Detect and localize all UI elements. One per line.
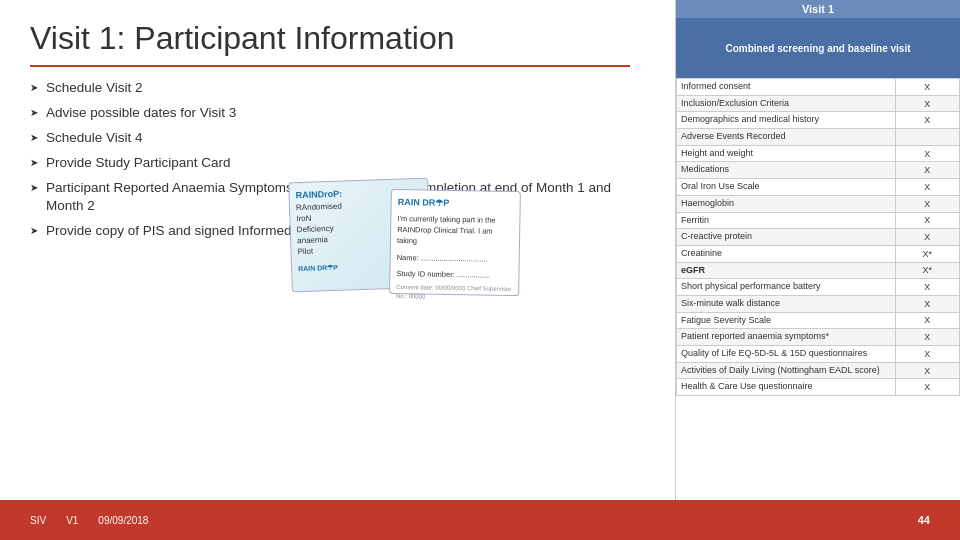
row-value: X bbox=[895, 229, 960, 246]
table-row: CreatinineX* bbox=[677, 245, 960, 262]
table-row: Quality of Life EQ-5D-5L & 15D questionn… bbox=[677, 346, 960, 363]
row-label: Inclusion/Exclusion Criteria bbox=[677, 95, 896, 112]
footer-siv: SIV bbox=[30, 515, 46, 526]
row-label: Fatigue Severity Scale bbox=[677, 312, 896, 329]
table-row: Demographics and medical historyX bbox=[677, 112, 960, 129]
table-row: Short physical performance batteryX bbox=[677, 279, 960, 296]
row-label: Haemoglobin bbox=[677, 195, 896, 212]
row-value bbox=[895, 129, 960, 146]
row-label: Health & Care Use questionnaire bbox=[677, 379, 896, 396]
row-value: X bbox=[895, 295, 960, 312]
footer: SIV V1 09/09/2018 44 bbox=[0, 500, 960, 540]
row-value: X bbox=[895, 95, 960, 112]
visit-table: Visit 1 Combined screening and baseline … bbox=[675, 0, 960, 500]
row-value: X bbox=[895, 346, 960, 363]
table-row: Height and weightX bbox=[677, 145, 960, 162]
row-label: Patient reported anaemia symptoms* bbox=[677, 329, 896, 346]
row-label: Six-minute walk distance bbox=[677, 295, 896, 312]
row-value: X bbox=[895, 212, 960, 229]
row-label: Oral Iron Use Scale bbox=[677, 179, 896, 196]
footer-version: V1 bbox=[66, 515, 78, 526]
page-title: Visit 1: Participant Information bbox=[30, 20, 630, 67]
footer-page-number: 44 bbox=[918, 514, 930, 526]
row-value: X bbox=[895, 329, 960, 346]
footer-left: SIV V1 09/09/2018 bbox=[30, 515, 148, 526]
row-value: X bbox=[895, 379, 960, 396]
footer-date: 09/09/2018 bbox=[98, 515, 148, 526]
row-value: X bbox=[895, 162, 960, 179]
bullet-item: Schedule Visit 4 bbox=[30, 129, 630, 148]
row-value: X* bbox=[895, 262, 960, 279]
visit-1-header: Visit 1 bbox=[676, 0, 960, 18]
table-row: HaemoglobinX bbox=[677, 195, 960, 212]
row-value: X bbox=[895, 145, 960, 162]
table-row: Inclusion/Exclusion CriteriaX bbox=[677, 95, 960, 112]
row-value: X bbox=[895, 112, 960, 129]
row-label: Activities of Daily Living (Nottingham E… bbox=[677, 362, 896, 379]
table-row: Health & Care Use questionnaireX bbox=[677, 379, 960, 396]
row-label: C-reactive protein bbox=[677, 229, 896, 246]
row-label: Ferritin bbox=[677, 212, 896, 229]
table-row: MedicationsX bbox=[677, 162, 960, 179]
table-row: FerritinX bbox=[677, 212, 960, 229]
row-label: Adverse Events Recorded bbox=[677, 129, 896, 146]
row-label: Height and weight bbox=[677, 145, 896, 162]
table-row: eGFRX* bbox=[677, 262, 960, 279]
row-value: X* bbox=[895, 245, 960, 262]
table-row: Informed consentX bbox=[677, 79, 960, 96]
bullet-item: Schedule Visit 2 bbox=[30, 79, 630, 98]
row-label: Creatinine bbox=[677, 245, 896, 262]
row-value: X bbox=[895, 312, 960, 329]
row-value: X bbox=[895, 179, 960, 196]
table-row: Fatigue Severity ScaleX bbox=[677, 312, 960, 329]
row-value: X bbox=[895, 362, 960, 379]
row-label: Medications bbox=[677, 162, 896, 179]
row-value: X bbox=[895, 195, 960, 212]
row-label: eGFR bbox=[677, 262, 896, 279]
row-value: X bbox=[895, 279, 960, 296]
combined-header: Combined screening and baseline visit bbox=[676, 18, 960, 78]
table-row: Activities of Daily Living (Nottingham E… bbox=[677, 362, 960, 379]
row-value: X bbox=[895, 79, 960, 96]
row-label: Demographics and medical history bbox=[677, 112, 896, 129]
row-label: Short physical performance battery bbox=[677, 279, 896, 296]
row-label: Informed consent bbox=[677, 79, 896, 96]
row-label: Quality of Life EQ-5D-5L & 15D questionn… bbox=[677, 346, 896, 363]
participant-card-image: RAINDroP: RAndomised IroN Deficiency ana… bbox=[290, 170, 530, 300]
bullet-item: Advise possible dates for Visit 3 bbox=[30, 104, 630, 123]
raindrop-participant-card: RAIN DR☂P I'm currently taking part in t… bbox=[389, 189, 521, 296]
table-row: Adverse Events Recorded bbox=[677, 129, 960, 146]
table-body: Informed consentXInclusion/Exclusion Cri… bbox=[676, 78, 960, 396]
table-row: Oral Iron Use ScaleX bbox=[677, 179, 960, 196]
table-row: Six-minute walk distanceX bbox=[677, 295, 960, 312]
table-row: C-reactive proteinX bbox=[677, 229, 960, 246]
table-row: Patient reported anaemia symptoms*X bbox=[677, 329, 960, 346]
